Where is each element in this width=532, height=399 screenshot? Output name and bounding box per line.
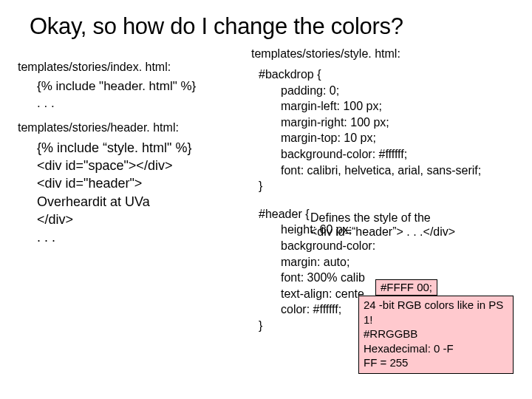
left-column: templates/stories/index. html: {% includ…: [15, 47, 251, 334]
code-line: <div id="header">: [37, 174, 251, 192]
spacer: [259, 194, 525, 206]
css-line: #backdrop {: [259, 66, 525, 83]
css-line: margin-left: 100 px;: [259, 98, 525, 115]
code-index: {% include "header. html" %} . . .: [18, 78, 251, 112]
callout-line: FF = 255: [364, 355, 508, 370]
css-line: background-color: #ffffff;: [259, 146, 525, 163]
css-line: background-color:: [259, 238, 525, 254]
code-header: {% include “style. html" %} <div id="spa…: [18, 139, 251, 247]
callout-line: 24 -bit RGB colors like in PS 1!: [364, 298, 508, 327]
callout-rgb-explain: 24 -bit RGB colors like in PS 1! #RRGGBB…: [358, 296, 514, 374]
content-columns: templates/stories/index. html: {% includ…: [0, 40, 532, 334]
file-label-index: templates/stories/index. html:: [18, 61, 251, 74]
callout-line: Hexadecimal: 0 -F: [364, 341, 508, 356]
css-line: margin: auto;: [259, 254, 525, 270]
callout-line: #RRGGBB: [364, 327, 508, 341]
css-line: margin-right: 100 px;: [259, 115, 525, 131]
css-line: padding: 0;: [259, 83, 525, 99]
annotation-line: <div id=“header”> . . .</div>: [310, 225, 517, 239]
code-line: <div id="space"></div>: [37, 157, 251, 174]
file-label-header: templates/stories/header. html:: [18, 121, 251, 134]
css-line: font: calibri, helvetica, arial, sans-se…: [259, 163, 525, 179]
annotation-line: Defines the style of the: [310, 211, 517, 225]
code-line: . . .: [37, 95, 251, 112]
file-label-style: templates/stories/style. html:: [251, 47, 525, 61]
code-line: {% include “style. html" %}: [37, 139, 251, 157]
annotation-define: Defines the style of the <div id=“header…: [310, 211, 517, 239]
css-line: }: [259, 178, 525, 194]
code-line: Overheardit at UVa: [37, 193, 251, 211]
callout-color-value: #FFFF 00;: [375, 279, 437, 296]
slide-title: Okay, so how do I change the colors?: [0, 0, 532, 40]
code-line: </div>: [37, 211, 251, 228]
css-line: margin-top: 10 px;: [259, 130, 525, 146]
code-line: {% include "header. html" %}: [37, 78, 251, 95]
code-line: . . .: [37, 228, 251, 246]
